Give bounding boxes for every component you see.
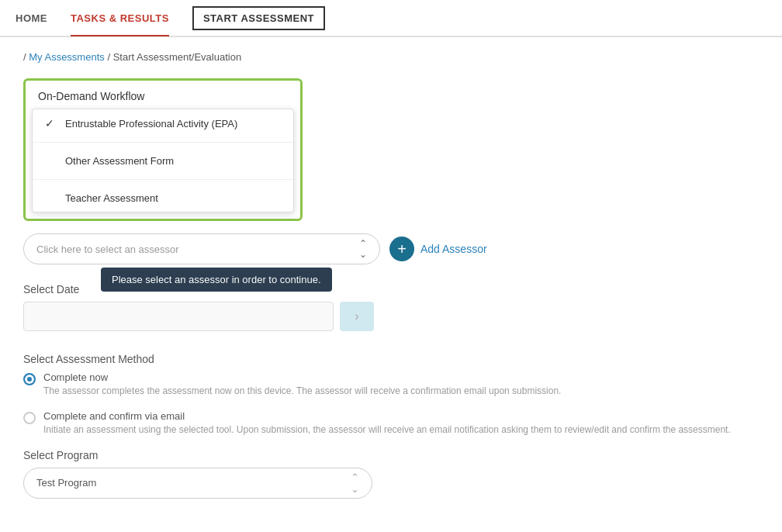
program-value: Test Program (36, 477, 96, 489)
workflow-option-other-label: Other Assessment Form (65, 155, 174, 167)
assessor-section: Click here to select an assessor ⌃⌄ + Ad… (23, 233, 759, 264)
add-assessor-label: Add Assessor (420, 243, 487, 255)
workflow-option-teacher-label: Teacher Assessment (65, 192, 158, 204)
method-option-complete-now[interactable]: Complete now The assessor completes the … (23, 371, 759, 398)
method-label: Select Assessment Method (23, 353, 759, 365)
method-option-email[interactable]: Complete and confirm via email Initiate … (23, 410, 759, 437)
workflow-dropdown: ✓ Entrustable Professional Activity (EPA… (32, 109, 294, 212)
radio-email[interactable] (23, 412, 36, 424)
method-complete-now-title: Complete now (43, 371, 561, 383)
main-content: On-Demand Workflow ✓ Entrustable Profess… (0, 71, 782, 506)
assessor-select[interactable]: Click here to select an assessor ⌃⌄ (23, 233, 380, 264)
method-complete-now-text: Complete now The assessor completes the … (43, 371, 561, 398)
assessor-placeholder: Click here to select an assessor (36, 244, 179, 255)
arrow-right-icon: › (355, 309, 358, 323)
method-email-desc: Initiate an assessment using the selecte… (43, 423, 731, 437)
divider (33, 142, 293, 143)
add-assessor-button[interactable]: + Add Assessor (389, 237, 487, 261)
breadcrumb-current: Start Assessment/Evaluation (113, 51, 241, 63)
breadcrumb-my-assessments[interactable]: My Assessments (29, 51, 105, 63)
radio-complete-now[interactable] (23, 373, 36, 385)
nav-start-assessment[interactable]: START ASSESSMENT (192, 6, 325, 30)
workflow-option-teacher[interactable]: Teacher Assessment (33, 185, 293, 212)
breadcrumb-separator2: / (107, 51, 112, 63)
date-row: › (23, 302, 759, 331)
program-label: Select Program (23, 449, 759, 461)
program-chevron-icon: ⌃⌄ (351, 472, 359, 495)
assessor-tooltip: Please select an assessor in order to co… (101, 268, 332, 292)
method-email-title: Complete and confirm via email (43, 410, 731, 422)
plus-icon: + (389, 237, 414, 261)
workflow-title: On-Demand Workflow (26, 81, 300, 109)
nav-tasks-results[interactable]: TASKS & RESULTS (71, 2, 169, 35)
nav-home[interactable]: HOME (16, 2, 47, 35)
chevrons-icon: ⌃⌄ (359, 238, 367, 260)
method-email-text: Complete and confirm via email Initiate … (43, 410, 731, 437)
workflow-option-other[interactable]: Other Assessment Form (33, 147, 293, 174)
check-icon: ✓ (45, 117, 57, 130)
program-select[interactable]: Test Program ⌃⌄ (23, 468, 372, 499)
date-arrow-button[interactable]: › (340, 302, 374, 331)
workflow-option-epa-label: Entrustable Professional Activity (EPA) (65, 118, 237, 130)
workflow-option-epa[interactable]: ✓ Entrustable Professional Activity (EPA… (33, 109, 293, 137)
divider2 (33, 179, 293, 180)
workflow-box: On-Demand Workflow ✓ Entrustable Profess… (23, 78, 303, 221)
method-complete-now-desc: The assessor completes the assessment no… (43, 385, 561, 398)
date-input[interactable] (23, 302, 334, 331)
top-navigation: HOME TASKS & RESULTS START ASSESSMENT (0, 0, 782, 37)
breadcrumb: / My Assessments / Start Assessment/Eval… (0, 37, 782, 71)
breadcrumb-separator: / (23, 51, 26, 63)
